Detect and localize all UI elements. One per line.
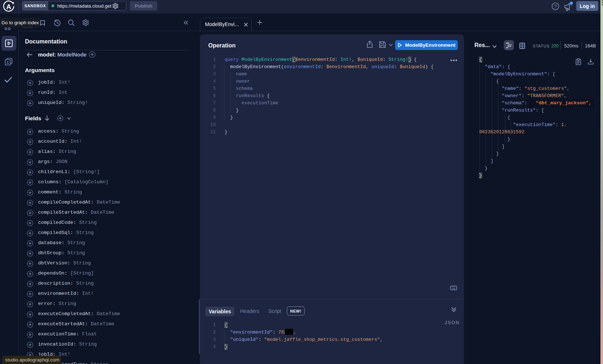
svg-text:A: A — [6, 3, 11, 11]
svg-text:?: ? — [554, 4, 557, 9]
